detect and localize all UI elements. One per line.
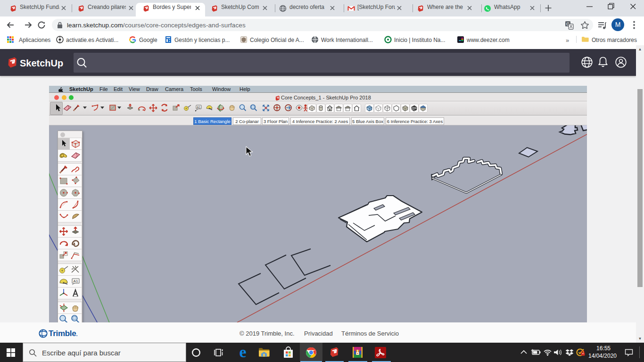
- svg-text:A1: A1: [74, 279, 78, 283]
- svg-text:A1: A1: [197, 106, 201, 109]
